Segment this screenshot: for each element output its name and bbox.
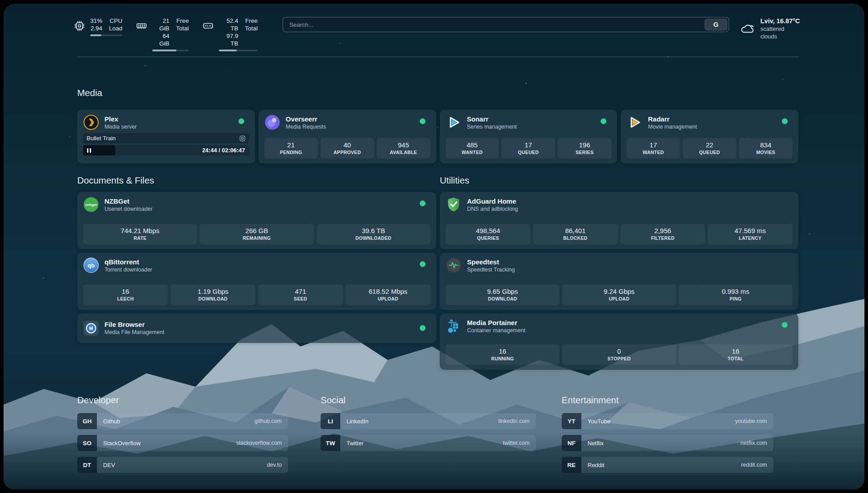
nzbget-card[interactable]: nzbget NZBGet Usenet downloader 744.21 M… — [77, 192, 436, 249]
stat-queued: 17 QUEUED — [501, 138, 555, 159]
bookmark-netflix[interactable]: NF Netflix netflix.com — [562, 435, 773, 451]
bookmark-dev[interactable]: DT DEV dev.to — [77, 457, 288, 473]
stat-movies: 834 MOVIES — [739, 138, 793, 159]
qbittorrent-card[interactable]: qb qBittorrent Torrent downloader 16 LEE… — [77, 253, 436, 310]
ram-icon — [136, 20, 147, 32]
adguard-card[interactable]: AdGuard Home DNS and adblocking 498,564 … — [440, 192, 798, 249]
bookmark-youtube[interactable]: YT YouTube youtube.com — [562, 413, 773, 429]
plex-card[interactable]: Plex Media server Bullet Train — [77, 110, 255, 163]
portainer-icon — [446, 318, 462, 334]
bookmark-linkedin[interactable]: LI LinkedIn linkedin.com — [321, 413, 536, 429]
sonarr-title: Sonarr — [467, 115, 517, 123]
bookmark-name: Netflix — [588, 440, 604, 447]
overseerr-status-dot — [420, 118, 426, 124]
cpu-usage-value: 31% — [90, 17, 102, 25]
bookmark-name: Twitter — [346, 440, 363, 447]
bookmark-url: linkedin.com — [499, 418, 530, 424]
bookmark-url: github.com — [255, 418, 282, 424]
stat-series: 196 SERIES — [558, 138, 611, 159]
stat-rate: 744.21 Mbps RATE — [83, 224, 197, 244]
bookmark-name: StackOverflow — [103, 440, 141, 447]
radarr-subtitle: Movie management — [648, 123, 697, 130]
bookmark-abbr: GH — [77, 413, 97, 429]
cpu-load-label: Load — [109, 25, 122, 32]
nzbget-icon: nzbget — [83, 196, 99, 213]
section-title-utilities: Utilities — [440, 175, 469, 186]
plex-icon — [83, 114, 99, 130]
cpu-progress-bar — [90, 34, 122, 36]
stat-queued: 22 QUEUED — [683, 138, 736, 159]
stat-download: 9.65 Gbps DOWNLOAD — [446, 284, 559, 305]
bookmark-url: youtube.com — [735, 418, 767, 424]
bookmark-url: twitter.com — [503, 440, 530, 446]
sonarr-card[interactable]: Sonarr Series management 485 WANTED 17 Q… — [440, 110, 618, 163]
speedtest-subtitle: Speedtest Tracking — [467, 266, 515, 273]
ram-total-value: 64 GiB — [152, 32, 169, 47]
memory-widget: 21 GiB 64 GiB Free Total — [136, 17, 189, 51]
search-input[interactable] — [283, 17, 729, 32]
bookmark-abbr: RE — [562, 457, 581, 473]
bookmark-name: Github — [103, 418, 120, 425]
plex-status-dot — [238, 118, 244, 124]
cpu-load-value: 2.94 — [90, 25, 102, 32]
bookmark-twitter[interactable]: TW Twitter twitter.com — [321, 435, 536, 451]
filebrowser-title: File Browser — [104, 320, 164, 329]
top-bar: 31% 2.94 CPU Load — [74, 17, 801, 51]
search-engine-button[interactable]: G — [705, 19, 727, 30]
bookmark-name: YouTube — [588, 418, 610, 425]
radarr-card[interactable]: Radarr Movie management 17 WANTED 22 QUE… — [621, 110, 798, 163]
portainer-card[interactable]: Media Portainer Container management 16 … — [440, 313, 798, 370]
qbittorrent-subtitle: Torrent downloader — [104, 266, 152, 273]
weather-widget: Lviv, 16.87°C scattered clouds — [740, 17, 801, 40]
svg-text:nzbget: nzbget — [85, 203, 97, 207]
plex-subtitle: Media server — [104, 123, 137, 130]
bookmark-url: netflix.com — [740, 440, 767, 446]
disk-total-label: Total — [245, 25, 258, 32]
speedtest-icon — [446, 257, 462, 273]
stat-total: 16 TOTAL — [679, 344, 793, 365]
bookmark-github[interactable]: GH Github github.com — [77, 413, 288, 429]
stat-download: 1.19 Gbps DOWNLOAD — [171, 284, 255, 305]
speedtest-card[interactable]: Speedtest Speedtest Tracking 9.65 Gbps D… — [440, 253, 798, 310]
stat-downloaded: 39.6 TB DOWNLOADED — [317, 224, 430, 244]
adguard-title: AdGuard Home — [467, 197, 518, 205]
bookmark-abbr: LI — [321, 413, 340, 429]
bookmarks-social: Social LI LinkedIn linkedin.com TW Twitt… — [321, 395, 536, 451]
stat-stopped: 0 STOPPED — [562, 344, 676, 365]
bookmark-name: Reddit — [588, 462, 605, 468]
section-title-media: Media — [77, 88, 102, 98]
qbittorrent-title: qBittorrent — [104, 258, 152, 266]
bookmarks-entertainment: Entertainment YT YouTube youtube.com NF … — [562, 395, 773, 473]
stat-queries: 498,564 QUERIES — [446, 224, 530, 244]
adguard-subtitle: DNS and adblocking — [467, 205, 518, 213]
nzbget-status-dot — [420, 201, 426, 206]
plex-now-playing: Bullet Train 24:44 / 02:06:47 — [83, 133, 249, 155]
bookmark-url: dev.to — [267, 462, 282, 468]
utilities-column: AdGuard Home DNS and adblocking 498,564 … — [440, 192, 798, 370]
disk-progress-bar — [219, 50, 258, 51]
bookmark-reddit[interactable]: RE Reddit reddit.com — [562, 457, 773, 473]
filebrowser-status-dot — [420, 325, 426, 331]
section-title-documents: Documents & Files — [77, 175, 154, 186]
filebrowser-card[interactable]: File Browser Media File Management — [77, 313, 436, 343]
media-card-row: Plex Media server Bullet Train — [77, 110, 798, 163]
cpu-widget: 31% 2.94 CPU Load — [74, 17, 122, 36]
bookmark-abbr: YT — [562, 413, 581, 429]
stat-running: 16 RUNNING — [446, 344, 559, 365]
disk-icon — [202, 20, 214, 32]
stat-seed: 471 SEED — [258, 284, 343, 305]
stat-upload: 9.24 Gbps UPLOAD — [562, 284, 676, 305]
cpu-icon — [74, 20, 85, 32]
disk-free-value: 52.4 TB — [219, 17, 238, 32]
ram-free-label: Free — [176, 17, 189, 25]
bookmark-stackoverflow[interactable]: SO StackOverflow stackoverflow.com — [77, 435, 288, 451]
pause-icon — [87, 146, 92, 155]
stat-wanted: 17 WANTED — [626, 138, 680, 159]
overseerr-card[interactable]: Overseerr Media Requests 21 PENDING 40 A… — [259, 110, 436, 163]
radarr-icon — [626, 114, 643, 130]
section-title-entertainment: Entertainment — [562, 395, 773, 405]
stat-pending: 21 PENDING — [264, 138, 318, 159]
stat-available: 945 AVAILABLE — [377, 138, 430, 159]
disk-total-value: 97.9 TB — [219, 32, 238, 47]
qbittorrent-status-dot — [420, 261, 426, 267]
